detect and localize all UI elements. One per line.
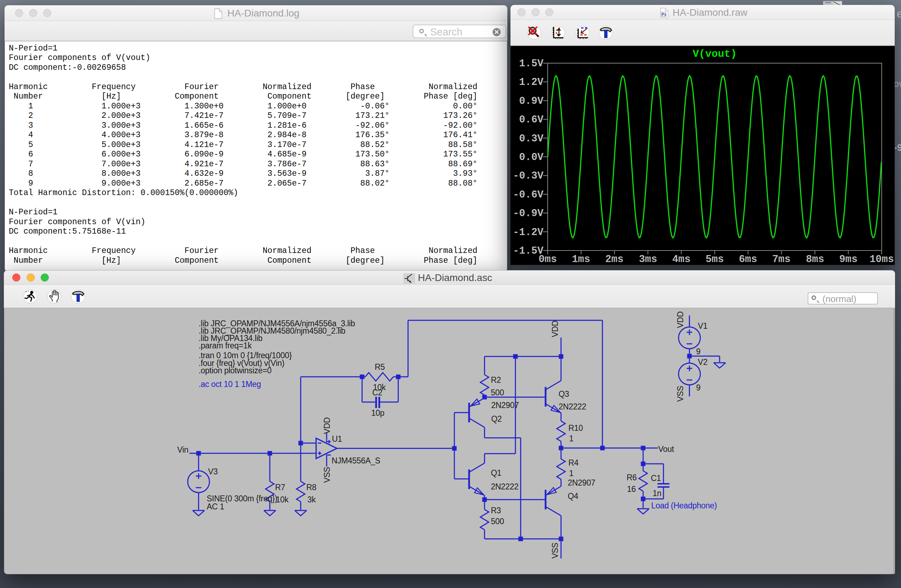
svg-text:2N2222: 2N2222 <box>558 402 586 411</box>
svg-text:AC 1: AC 1 <box>207 502 224 511</box>
svg-text:Q4: Q4 <box>568 491 578 501</box>
svg-text:2N2907: 2N2907 <box>568 478 595 487</box>
svg-text:0.6V: 0.6V <box>519 114 544 126</box>
svg-text:Load (Headphone): Load (Headphone) <box>651 501 717 510</box>
svg-text:2N2222: 2N2222 <box>491 482 519 491</box>
svg-text:10p: 10p <box>371 409 384 418</box>
svg-text:-1.2V: -1.2V <box>513 227 544 238</box>
svg-text:R8: R8 <box>306 483 316 492</box>
svg-text:VDD: VDD <box>550 320 560 337</box>
svg-text:U1: U1 <box>332 434 342 443</box>
svg-text:V3: V3 <box>208 467 218 476</box>
svg-text:16: 16 <box>627 485 636 494</box>
svg-text:3k: 3k <box>307 495 316 504</box>
svg-text:0.0V: 0.0V <box>519 151 544 163</box>
svg-text:R7: R7 <box>275 483 285 492</box>
svg-text:R10: R10 <box>568 423 583 433</box>
svg-text:1: 1 <box>569 469 574 478</box>
svg-text:Q1: Q1 <box>491 468 501 477</box>
svg-text:C2: C2 <box>372 388 382 397</box>
svg-text:Vout: Vout <box>658 445 674 454</box>
svg-text:500: 500 <box>491 517 504 526</box>
svg-text:V2: V2 <box>698 357 708 367</box>
svg-text:Ps: Ps <box>662 12 667 17</box>
svg-text:1: 1 <box>569 434 574 443</box>
svg-text:-0.9V: -0.9V <box>513 208 544 219</box>
svg-text:VSS: VSS <box>676 386 685 402</box>
svg-text:R4: R4 <box>568 458 578 467</box>
svg-text:-0.3V: -0.3V <box>513 170 544 182</box>
svg-text:5ms: 5ms <box>706 254 724 265</box>
svg-text:Vin: Vin <box>177 445 189 454</box>
svg-text:VSS: VSS <box>323 467 332 483</box>
svg-text:.option plotwinsize=0: .option plotwinsize=0 <box>199 366 271 375</box>
svg-text:V(vout): V(vout) <box>692 48 737 60</box>
svg-text:.param freq=1k: .param freq=1k <box>199 341 252 350</box>
svg-text:6ms: 6ms <box>739 254 757 265</box>
svg-text:1.5V: 1.5V <box>519 58 544 69</box>
svg-text:R3: R3 <box>491 506 501 515</box>
svg-text:500: 500 <box>491 388 504 397</box>
svg-text:9: 9 <box>696 383 701 392</box>
svg-text:VSS: VSS <box>550 543 560 558</box>
svg-text:.ac oct 10 1 1Meg: .ac oct 10 1 1Meg <box>199 380 261 389</box>
svg-text:7ms: 7ms <box>772 254 790 265</box>
svg-text:9ms: 9ms <box>839 254 857 265</box>
svg-text:8ms: 8ms <box>806 254 824 265</box>
svg-text:NJM4556A_S: NJM4556A_S <box>332 456 380 465</box>
svg-text:1ms: 1ms <box>572 254 590 265</box>
svg-text:9: 9 <box>696 347 701 356</box>
svg-text:3ms: 3ms <box>639 254 657 265</box>
svg-text:R2: R2 <box>491 375 501 385</box>
svg-text:10ms: 10ms <box>870 254 894 265</box>
svg-text:0.9V: 0.9V <box>519 95 544 107</box>
svg-text:R5: R5 <box>375 362 385 371</box>
svg-text:10k: 10k <box>276 495 289 504</box>
svg-text:4ms: 4ms <box>672 254 691 265</box>
svg-text:C1: C1 <box>651 474 661 483</box>
svg-text:VDD: VDD <box>323 417 332 434</box>
svg-text:Q3: Q3 <box>558 390 569 399</box>
svg-text:0.3V: 0.3V <box>519 133 544 145</box>
svg-text:2ms: 2ms <box>605 254 624 265</box>
svg-text:2N2907: 2N2907 <box>491 401 519 410</box>
svg-text:V1: V1 <box>698 321 708 331</box>
svg-text:Q2: Q2 <box>491 414 502 423</box>
svg-text:1.2V: 1.2V <box>519 76 544 88</box>
svg-text:1n: 1n <box>653 489 661 498</box>
svg-text:0ms: 0ms <box>539 254 557 265</box>
svg-text:R6: R6 <box>627 473 637 482</box>
svg-text:VDD: VDD <box>676 311 685 328</box>
svg-text:-0.6V: -0.6V <box>513 189 544 201</box>
